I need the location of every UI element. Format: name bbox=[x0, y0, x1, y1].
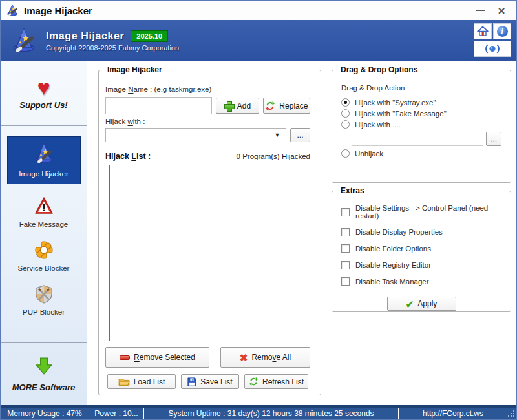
resize-grip[interactable] bbox=[507, 408, 516, 419]
power-status: Power : 10... bbox=[89, 408, 144, 419]
checkbox-disable-task-manager[interactable]: Disable Task Manager bbox=[341, 277, 511, 286]
down-arrow-icon bbox=[34, 356, 54, 377]
support-us-button[interactable]: ♥ Support Us! bbox=[1, 61, 87, 126]
info-icon: i bbox=[497, 26, 508, 37]
apply-button[interactable]: ✔ Apply bbox=[387, 297, 456, 311]
checkbox-icon bbox=[341, 244, 350, 253]
checkbox-icon bbox=[341, 208, 350, 216]
about-button[interactable]: i bbox=[493, 23, 511, 39]
app-logo-icon bbox=[10, 26, 38, 55]
custom-hijack-path-input[interactable] bbox=[352, 132, 483, 146]
load-list-button[interactable]: Load List bbox=[107, 374, 176, 389]
sidebar-item-service-blocker[interactable]: Service Blocker bbox=[7, 240, 81, 272]
refresh-arrows-icon bbox=[249, 377, 258, 386]
globe-icon bbox=[485, 44, 500, 54]
browse-button[interactable]: ... bbox=[290, 128, 310, 142]
checkbox-disable-registry-editor[interactable]: Disable Registry Editor bbox=[341, 261, 511, 269]
hijack-list-label: Hijack List : bbox=[105, 152, 151, 161]
sidebar-item-fake-message[interactable]: Fake Message bbox=[7, 196, 81, 228]
close-icon: × bbox=[498, 5, 505, 17]
group-title: Drag & Drop Options bbox=[337, 65, 421, 74]
checkbox-disable-folder-options[interactable]: Disable Folder Options bbox=[341, 244, 511, 253]
replace-button[interactable]: Replace bbox=[263, 98, 310, 114]
support-us-label: Support Us! bbox=[19, 100, 67, 110]
checkbox-disable-display-properties[interactable]: Disable Display Properties bbox=[341, 228, 511, 236]
add-button[interactable]: Add bbox=[216, 98, 259, 114]
memory-usage-status: Memory Usage : 47% bbox=[1, 408, 89, 419]
radio-icon bbox=[341, 149, 350, 158]
window-title: Image Hijacker bbox=[24, 5, 92, 16]
banner-title: Image Hijacker bbox=[46, 30, 124, 42]
group-title: Image Hijacker bbox=[104, 65, 165, 74]
radio-hijack-fake-message[interactable]: Hijack with "Fake Message" bbox=[341, 109, 511, 118]
remove-all-button[interactable]: ✖ Remove All bbox=[220, 347, 310, 368]
extras-group: Extras Disable Settings => Control Panel… bbox=[332, 191, 511, 312]
save-list-button[interactable]: Save List bbox=[181, 374, 239, 389]
minus-icon bbox=[120, 355, 130, 360]
checkbox-icon bbox=[341, 261, 350, 269]
warning-triangle-icon bbox=[34, 196, 54, 216]
replace-arrows-icon bbox=[265, 101, 275, 111]
plus-icon bbox=[224, 101, 233, 110]
red-x-icon: ✖ bbox=[240, 353, 248, 362]
home-button[interactable] bbox=[474, 23, 492, 39]
radio-hijack-systray[interactable]: Hijack with "Systray.exe" bbox=[341, 98, 511, 107]
chevron-down-icon: ▼ bbox=[269, 132, 286, 138]
hijack-listbox[interactable] bbox=[109, 165, 310, 341]
app-window: Image Hijacker × Image Hijacker 2025.10 … bbox=[0, 0, 517, 420]
checkbox-icon bbox=[341, 228, 350, 236]
home-icon bbox=[476, 25, 489, 37]
shield-icon bbox=[34, 284, 54, 304]
minimize-icon bbox=[476, 10, 485, 11]
image-name-label: Image Name : (e.g taskmgr.exe) bbox=[105, 85, 321, 93]
gear-icon bbox=[34, 240, 54, 260]
checkmark-icon: ✔ bbox=[406, 299, 414, 309]
custom-browse-button[interactable]: ... bbox=[486, 132, 501, 146]
sidebar: ♥ Support Us! Image Hijacker Fake Messag… bbox=[1, 61, 87, 405]
radio-icon bbox=[341, 98, 350, 107]
sidebar-item-pup-blocker[interactable]: PUP Blocker bbox=[7, 284, 81, 316]
status-bar: Memory Usage : 47% Power : 10... System … bbox=[1, 405, 516, 419]
more-software-label: MORE Software bbox=[12, 383, 76, 392]
image-hijacker-group: Image Hijacker Image Name : (e.g taskmgr… bbox=[98, 70, 321, 395]
app-icon bbox=[5, 3, 19, 17]
radio-hijack-with-custom[interactable]: Hijack with .... bbox=[341, 120, 511, 129]
floppy-disk-icon bbox=[187, 377, 196, 386]
version-badge: 2025.10 bbox=[131, 30, 168, 42]
website-button[interactable] bbox=[474, 41, 511, 57]
refresh-list-button[interactable]: Refresh List bbox=[244, 374, 308, 389]
hijacked-count: 0 Program(s) Hijacked bbox=[237, 152, 310, 160]
title-bar: Image Hijacker × bbox=[1, 1, 516, 20]
heart-icon: ♥ bbox=[37, 78, 50, 97]
wizard-hat-icon bbox=[32, 142, 56, 165]
close-button[interactable]: × bbox=[493, 4, 510, 17]
header-banner: Image Hijacker 2025.10 Copyright ?2008-2… bbox=[1, 20, 516, 61]
radio-icon bbox=[341, 109, 350, 118]
folder-icon bbox=[118, 377, 130, 386]
copyright-text: Copyright ?2008-2025 Fahmy Corporation bbox=[46, 44, 179, 52]
hijack-with-label: Hijack with : bbox=[105, 118, 321, 125]
checkbox-icon bbox=[341, 277, 350, 286]
drag-drop-action-label: Drag & Drop Action : bbox=[341, 84, 511, 92]
checkbox-disable-control-panel[interactable]: Disable Settings => Control Panel (need … bbox=[341, 204, 511, 220]
sidebar-item-image-hijacker[interactable]: Image Hijacker bbox=[7, 136, 81, 184]
group-title: Extras bbox=[337, 186, 368, 195]
drag-drop-options-group: Drag & Drop Options Drag & Drop Action :… bbox=[332, 70, 511, 183]
radio-unhijack[interactable]: Unhijack bbox=[341, 149, 511, 158]
main-area: Image Hijacker Image Name : (e.g taskmgr… bbox=[87, 61, 516, 405]
system-uptime-status: System Uptime : 31 day(s) 12 hours 38 mi… bbox=[144, 408, 399, 419]
website-link[interactable]: http://FCorp.ct.ws bbox=[399, 408, 507, 419]
more-software-button[interactable]: MORE Software bbox=[1, 342, 87, 405]
remove-selected-button[interactable]: Remove Selected bbox=[105, 347, 209, 368]
minimize-button[interactable] bbox=[472, 4, 489, 17]
radio-icon bbox=[341, 120, 350, 129]
image-name-input[interactable] bbox=[105, 97, 212, 114]
hijack-with-dropdown[interactable]: ▼ bbox=[105, 128, 286, 142]
